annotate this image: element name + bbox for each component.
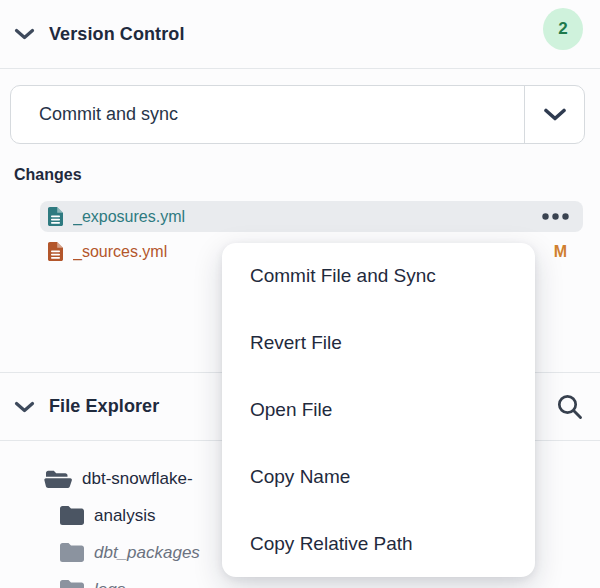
folder-icon [60, 506, 84, 525]
commit-dropdown: Commit and sync [10, 85, 585, 144]
menu-item-revert-file[interactable]: Revert File [222, 310, 535, 377]
folder-open-icon [44, 468, 72, 489]
chevron-down-icon[interactable] [14, 401, 35, 413]
chevron-down-icon[interactable] [14, 28, 35, 40]
version-control-title: Version Control [49, 24, 185, 45]
commit-dropdown-caret[interactable] [524, 86, 584, 143]
tree-item-label: dbt-snowflake- [82, 469, 193, 489]
commit-and-sync-button[interactable]: Commit and sync [11, 86, 524, 143]
yml-file-icon [48, 242, 63, 261]
commit-dropdown-label: Commit and sync [39, 104, 178, 125]
file-context-menu: Commit File and Sync Revert File Open Fi… [222, 243, 535, 577]
menu-item-copy-name[interactable]: Copy Name [222, 443, 535, 510]
search-icon[interactable] [554, 392, 584, 422]
tree-item-label: logs [94, 580, 125, 588]
folder-icon [60, 543, 84, 562]
changes-section-label: Changes [14, 166, 82, 184]
menu-item-copy-relative-path[interactable]: Copy Relative Path [222, 510, 535, 577]
modified-status-badge: M [554, 243, 567, 261]
yml-file-icon [48, 207, 63, 226]
changes-count-badge: 2 [543, 8, 583, 50]
folder-icon [60, 580, 84, 588]
tree-item-label: dbt_packages [94, 543, 200, 563]
file-explorer-title: File Explorer [49, 396, 159, 417]
file-actions-ellipsis-icon[interactable] [540, 209, 571, 224]
menu-item-commit-file-and-sync[interactable]: Commit File and Sync [222, 243, 535, 310]
version-control-panel: Version Control 2 Commit and sync Change… [0, 0, 600, 588]
version-control-header[interactable]: Version Control 2 [0, 0, 600, 68]
chevron-down-icon [543, 108, 567, 121]
changed-file-row-exposures[interactable]: _exposures.yml [40, 201, 583, 232]
tree-item-label: analysis [94, 506, 155, 526]
changed-file-name: _exposures.yml [73, 208, 540, 226]
header-divider [0, 68, 600, 69]
menu-item-open-file[interactable]: Open File [222, 377, 535, 444]
